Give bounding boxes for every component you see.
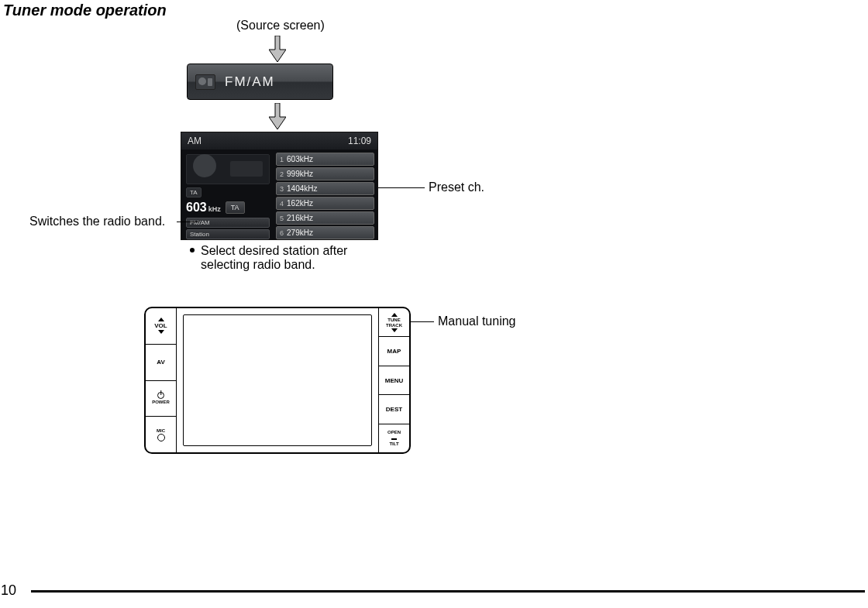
- preset-list: 1603kHz 2999kHz 31404kHz 4162kHz 5216kHz…: [274, 149, 377, 242]
- preset-item[interactable]: 4162kHz: [276, 197, 374, 210]
- power-icon: [157, 392, 164, 399]
- open-tilt-button[interactable]: OPEN ▬ TILT: [379, 424, 409, 452]
- head-unit-screen[interactable]: [183, 314, 372, 446]
- triangle-up-icon: [391, 313, 398, 317]
- ta-button[interactable]: TA: [226, 201, 245, 214]
- flow-arrow-down-icon: [269, 103, 286, 129]
- menu-button[interactable]: MENU: [379, 366, 409, 395]
- head-unit-diagram: VOL AV POWER MIC TUNE TRACK MAP MENU: [144, 307, 411, 454]
- current-frequency: 603kHz: [186, 201, 221, 215]
- manual-tuning-label: Manual tuning: [438, 314, 516, 328]
- clock-readout: 11:09: [348, 136, 371, 146]
- fmam-source-button[interactable]: FM/AM: [187, 64, 333, 100]
- av-button[interactable]: AV: [146, 345, 176, 381]
- band-indicator: AM: [188, 136, 202, 146]
- preset-item[interactable]: 5216kHz: [276, 211, 374, 225]
- page-number: 10: [1, 582, 16, 599]
- vol-button[interactable]: VOL: [146, 308, 176, 345]
- dest-button[interactable]: DEST: [379, 395, 409, 424]
- triangle-down-icon: [391, 328, 398, 332]
- map-button[interactable]: MAP: [379, 337, 409, 366]
- footer-rule: [31, 590, 865, 593]
- station-button[interactable]: Station: [186, 229, 270, 239]
- tune-track-button[interactable]: TUNE TRACK: [379, 308, 409, 337]
- fmam-band-button[interactable]: FM/AM: [186, 218, 270, 228]
- instruction-bullet: Select desired station after selecting r…: [190, 244, 422, 272]
- bullet-icon: [190, 248, 195, 252]
- callout-line: [378, 187, 425, 188]
- preset-item[interactable]: 31404kHz: [276, 182, 374, 195]
- callout-line: [411, 321, 434, 322]
- mic-hole-icon: [157, 434, 165, 441]
- preset-item[interactable]: 6279kHz: [276, 226, 374, 239]
- triangle-down-icon: [158, 330, 164, 334]
- triangle-up-icon: [158, 318, 164, 321]
- band-callout-label: Switches the radio band.: [29, 215, 165, 228]
- fmam-source-label: FM/AM: [225, 74, 275, 90]
- mic-area: MIC: [146, 417, 176, 452]
- radio-illustration-icon: [186, 154, 270, 184]
- am-tuner-screen: AM 11:09 TA 603kHz TA FM/AM Station 1603…: [181, 132, 378, 240]
- preset-callout-label: Preset ch.: [429, 180, 484, 194]
- source-screen-label: (Source screen): [236, 19, 325, 33]
- preset-item[interactable]: 1603kHz: [276, 153, 374, 166]
- section-title: Tuner mode operation: [3, 2, 167, 19]
- power-button[interactable]: POWER: [146, 381, 176, 417]
- ta-indicator: TA: [186, 187, 202, 198]
- preset-item[interactable]: 2999kHz: [276, 167, 374, 180]
- radio-icon: [195, 74, 215, 90]
- callout-line: [177, 222, 198, 222]
- flow-arrow-down-icon: [269, 36, 286, 62]
